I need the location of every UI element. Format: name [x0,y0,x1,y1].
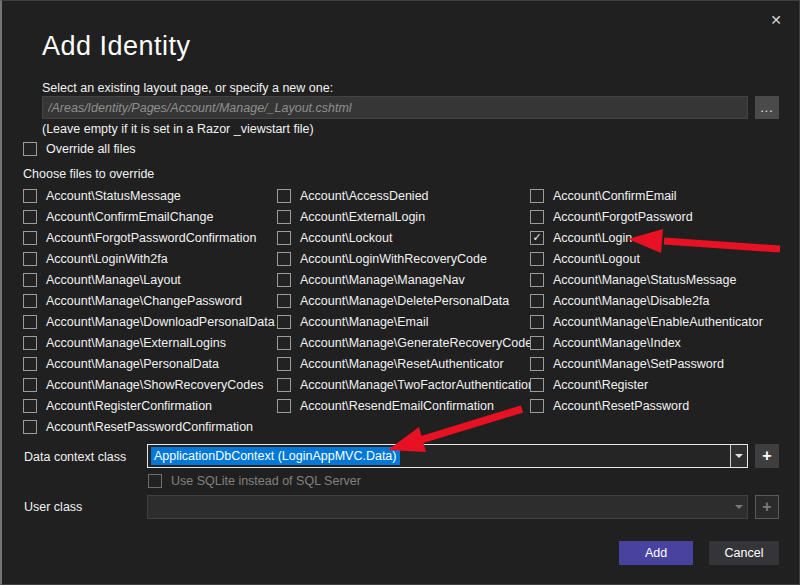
file-checkbox[interactable] [23,378,37,392]
file-checkbox[interactable] [23,294,37,308]
file-checkbox[interactable] [277,399,291,413]
file-override-item[interactable]: Account\Manage\Index [530,332,763,353]
file-label: Account\Lockout [300,231,392,245]
file-override-item[interactable]: Account\Manage\Layout [23,269,275,290]
override-all-label: Override all files [46,142,136,156]
file-checkbox[interactable] [530,231,544,245]
file-override-item[interactable]: Account\Manage\SetPassword [530,353,763,374]
layout-page-input[interactable] [42,96,748,119]
user-class-dropdown-button [730,496,747,518]
file-checkbox[interactable] [23,336,37,350]
file-override-item[interactable]: Account\Manage\ExternalLogins [23,332,275,353]
file-checkbox[interactable] [23,357,37,371]
files-column-1: Account\StatusMessage Account\ConfirmEma… [23,185,275,437]
file-checkbox[interactable] [277,294,291,308]
file-checkbox[interactable] [277,189,291,203]
choose-files-label: Choose files to override [23,167,154,181]
file-checkbox[interactable] [530,189,544,203]
file-override-item[interactable]: Account\AccessDenied [277,185,538,206]
file-override-item[interactable]: Account\Manage\DownloadPersonalData [23,311,275,332]
file-label: Account\ResetPasswordConfirmation [46,420,253,434]
new-user-class-button: + [755,495,779,519]
file-override-item[interactable]: Account\ResetPassword [530,395,763,416]
file-label: Account\Manage\Layout [46,273,181,287]
file-override-item[interactable]: Account\LoginWithRecoveryCode [277,248,538,269]
file-override-item[interactable]: Account\ForgotPasswordConfirmation [23,227,275,248]
file-override-item[interactable]: Account\ResendEmailConfirmation [277,395,538,416]
file-label: Account\Manage\Index [553,336,681,350]
file-override-item[interactable]: Account\Manage\EnableAuthenticator [530,311,763,332]
file-label: Account\Manage\DownloadPersonalData [46,315,275,329]
file-label: Account\Manage\DeletePersonalData [300,294,509,308]
file-checkbox[interactable] [277,273,291,287]
file-override-item[interactable]: Account\ResetPasswordConfirmation [23,416,275,437]
file-checkbox[interactable] [277,252,291,266]
file-checkbox[interactable] [23,420,37,434]
file-checkbox[interactable] [277,336,291,350]
file-checkbox[interactable] [530,315,544,329]
chevron-down-icon [735,454,743,458]
file-checkbox[interactable] [23,231,37,245]
file-checkbox[interactable] [277,378,291,392]
file-checkbox[interactable] [530,252,544,266]
file-checkbox[interactable] [23,189,37,203]
add-button[interactable]: Add [619,541,693,565]
file-override-item[interactable]: Account\Manage\DeletePersonalData [277,290,538,311]
file-override-item[interactable]: Account\LoginWith2fa [23,248,275,269]
file-override-item[interactable]: Account\RegisterConfirmation [23,395,275,416]
file-checkbox[interactable] [277,357,291,371]
file-label: Account\Manage\ChangePassword [46,294,242,308]
file-override-item[interactable]: Account\Manage\GenerateRecoveryCodes [277,332,538,353]
file-checkbox[interactable] [277,315,291,329]
file-override-item[interactable]: Account\Manage\Disable2fa [530,290,763,311]
file-override-item[interactable]: Account\Register [530,374,763,395]
cancel-button[interactable]: Cancel [709,541,779,565]
file-label: Account\Manage\ResetAuthenticator [300,357,504,371]
file-override-item[interactable]: Account\Manage\ShowRecoveryCodes [23,374,275,395]
file-checkbox[interactable] [530,378,544,392]
file-label: Account\ResendEmailConfirmation [300,399,494,413]
file-override-item[interactable]: Account\Login [530,227,763,248]
file-label: Account\AccessDenied [300,189,429,203]
file-checkbox[interactable] [530,336,544,350]
file-checkbox[interactable] [23,273,37,287]
file-checkbox[interactable] [23,210,37,224]
use-sqlite-checkbox-row: Use SQLite instead of SQL Server [148,472,361,490]
close-icon[interactable]: ✕ [765,9,787,31]
browse-button[interactable]: ... [755,96,779,119]
file-checkbox[interactable] [530,273,544,287]
file-override-item[interactable]: Account\Manage\ResetAuthenticator [277,353,538,374]
file-override-item[interactable]: Account\Manage\StatusMessage [530,269,763,290]
file-label: Account\Logout [553,252,640,266]
file-override-item[interactable]: Account\Manage\ManageNav [277,269,538,290]
file-label: Account\RegisterConfirmation [46,399,212,413]
file-checkbox[interactable] [277,231,291,245]
file-override-item[interactable]: Account\ForgotPassword [530,206,763,227]
file-label: Account\Login [553,231,632,245]
file-override-item[interactable]: Account\Logout [530,248,763,269]
file-override-item[interactable]: Account\Manage\PersonalData [23,353,275,374]
file-checkbox[interactable] [530,294,544,308]
file-label: Account\Manage\PersonalData [46,357,219,371]
override-all-files-checkbox-row[interactable]: Override all files [23,140,136,158]
file-checkbox[interactable] [530,357,544,371]
file-override-item[interactable]: Account\Manage\Email [277,311,538,332]
file-label: Account\ForgotPassword [553,210,693,224]
file-override-item[interactable]: Account\ConfirmEmailChange [23,206,275,227]
data-context-dropdown-button[interactable] [730,445,747,467]
override-all-checkbox[interactable] [23,142,37,156]
file-checkbox[interactable] [530,399,544,413]
file-checkbox[interactable] [23,315,37,329]
file-override-item[interactable]: Account\ConfirmEmail [530,185,763,206]
file-checkbox[interactable] [23,399,37,413]
file-override-item[interactable]: Account\Manage\TwoFactorAuthentication [277,374,538,395]
file-override-item[interactable]: Account\Manage\ChangePassword [23,290,275,311]
file-override-item[interactable]: Account\ExternalLogin [277,206,538,227]
file-checkbox[interactable] [23,252,37,266]
file-override-item[interactable]: Account\StatusMessage [23,185,275,206]
file-checkbox[interactable] [277,210,291,224]
data-context-combobox[interactable]: ApplicationDbContext (LoginAppMVC.Data) [147,444,748,468]
file-override-item[interactable]: Account\Lockout [277,227,538,248]
new-data-context-button[interactable]: + [755,444,779,468]
file-checkbox[interactable] [530,210,544,224]
